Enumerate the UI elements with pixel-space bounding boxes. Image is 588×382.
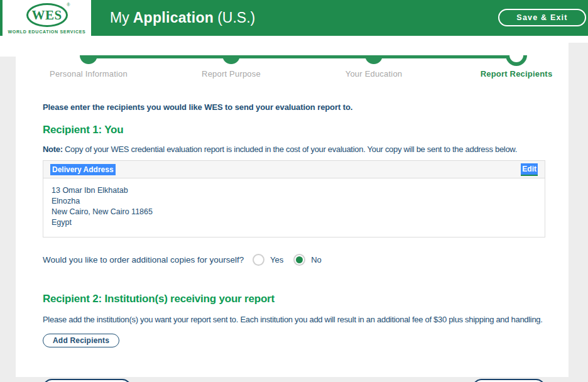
recipient1-heading: Recipient 1: You [43,124,545,136]
recipient2-heading: Recipient 2: Institution(s) receiving yo… [43,293,545,305]
radio-no-label[interactable]: No [311,255,322,265]
radio-yes-label[interactable]: Yes [270,255,283,265]
radio-no-selected-dot [296,256,303,263]
add-recipients-button[interactable]: Add Recipients [43,334,119,347]
edit-address-link[interactable]: Edit [521,163,538,176]
stepper-label-your-education[interactable]: Your Education [305,69,443,79]
step-marker-report-recipients-current [506,55,527,66]
delivery-address-box-header: Delivery Address Edit [43,161,545,178]
intro-text: Please enter the recipients you would li… [43,102,545,112]
page-margin-left [0,57,16,377]
note-text: Copy of your WES credential evaluation r… [65,145,517,154]
previous-button[interactable]: Previous [43,379,131,382]
delivery-address-body: 13 Omar Ibn Elkhatab Elnozha New Cairo, … [43,178,545,237]
address-line-city: New Cairo, New Cairo 11865 [52,207,536,217]
radio-option-no[interactable]: No [293,254,322,266]
additional-copies-question-row: Would you like to order additional copie… [43,254,545,266]
address-line-street: 13 Omar Ibn Elkhatab [52,185,536,196]
next-button[interactable]: Next [472,379,545,382]
wes-logo-org-name: WORLD EDUCATION SERVICES [8,30,86,34]
stepper-progress-line [88,55,516,58]
stepper-label-personal-information[interactable]: Personal Information [19,69,158,79]
additional-copies-question: Would you like to order additional copie… [43,255,253,265]
step-marker-report-purpose [222,55,240,64]
address-line-country: Egypt [52,217,536,228]
radio-no-circle[interactable] [293,254,305,266]
page-title-emphasis: Application [133,9,214,26]
wes-logo: WES ® WORLD EDUCATION SERVICES [3,0,91,39]
page-title: MyApplication(U.S.) [110,9,255,26]
main-content: Please enter the recipients you would li… [43,97,545,382]
radio-option-yes[interactable]: Yes [253,254,283,266]
page-margin-right [569,43,588,377]
stepper-label-report-recipients: Report Recipients [447,69,585,79]
wizard-footer: Previous Next [43,379,545,382]
save-and-exit-button[interactable]: Save & Exit [498,9,586,26]
address-line-district: Elnozha [52,196,536,207]
radio-yes-circle[interactable] [253,254,264,266]
recipient1-note: Note: Copy of your WES credential evalua… [43,145,545,154]
recipient2-description: Please add the institution(s) you want y… [43,315,545,324]
stepper-label-report-purpose[interactable]: Report Purpose [162,69,300,79]
note-label: Note: [43,145,63,154]
wes-logo-acronym: WES [31,8,62,23]
page-title-suffix: (U.S.) [217,9,255,26]
step-marker-personal-information [80,55,97,64]
step-marker-your-education [365,55,383,64]
wes-logo-oval-icon: WES ® [26,3,68,27]
registered-trademark-icon: ® [67,3,70,7]
page-title-prefix: My [110,9,129,26]
delivery-address-box: Delivery Address Edit 13 Omar Ibn Elkhat… [43,160,545,237]
delivery-address-label: Delivery Address [50,164,116,175]
